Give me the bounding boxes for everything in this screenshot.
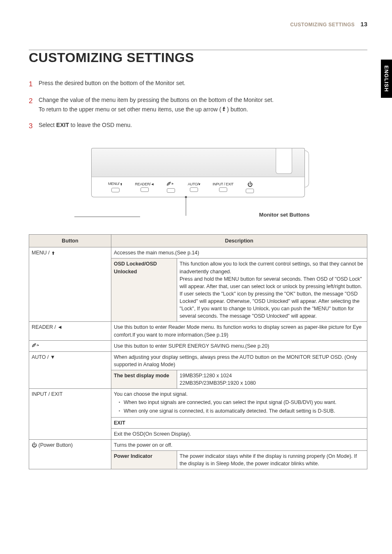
up-arrow-icon xyxy=(221,106,227,115)
diagram-ez-button: /▸ xyxy=(166,181,175,193)
svg-text:/▸: /▸ xyxy=(36,344,39,347)
diagram-auto-button: AUTO/▾ xyxy=(188,182,201,192)
list-item: When only one signal is connected, it is… xyxy=(119,407,364,415)
up-arrow-icon xyxy=(51,250,55,257)
button-description-table: Button Description MENU / Accesses the m… xyxy=(29,234,367,469)
row-reader-desc: Use this button to enter Reader Mode men… xyxy=(111,322,367,340)
row-menu-subdesc: This function allow you to lock the curr… xyxy=(177,259,367,322)
instruction-list: 1 Press the desired button on the bottom… xyxy=(29,78,367,132)
svg-text:/▸: /▸ xyxy=(171,182,174,185)
row-input-desc: You can choose the input signal. When tw… xyxy=(111,389,367,417)
step-item: 1 Press the desired button on the bottom… xyxy=(29,78,367,90)
list-item: When two input signals are connected, yo… xyxy=(119,399,364,406)
page-title: CUSTOMIZING SETTINGS xyxy=(29,50,367,65)
row-ez-desc: Use this button to enter SUPER ENERGY SA… xyxy=(111,340,367,351)
row-menu-desc: Accesses the main menus.(See p.14) xyxy=(111,247,367,259)
row-menu-sublabel: OSD Locked/OSD Unlocked xyxy=(111,259,177,322)
language-tab: ENGLISH xyxy=(381,60,392,98)
monitor-diagram: MENU/ READER/◄ /▸ AUTO/▾ INPUT / EXIT xyxy=(29,148,367,218)
step-text: Select EXIT to leave the OSD menu. xyxy=(39,120,132,132)
row-input-label: INPUT / EXIT xyxy=(29,389,111,440)
step-item: 2 Change the value of the menu item by p… xyxy=(29,95,367,115)
step-number: 3 xyxy=(29,120,39,132)
row-power-label: ⏻ (Power Button) xyxy=(29,439,111,469)
leaf-icon: /▸ xyxy=(166,181,175,187)
header-page-number: 13 xyxy=(360,21,367,28)
diagram-menu-button: MENU/ xyxy=(108,182,123,192)
row-ez-label: /▸ xyxy=(29,340,111,351)
header-section: CUSTOMIZING SETTINGS xyxy=(290,22,355,28)
row-power-sublabel: Power Indicator xyxy=(111,451,177,469)
row-menu-label: MENU / xyxy=(29,247,111,322)
page-header: CUSTOMIZING SETTINGS 13 xyxy=(29,21,367,29)
step-number: 2 xyxy=(29,95,39,115)
step-text: Press the desired button on the bottom o… xyxy=(39,78,185,90)
row-auto-subdesc: 19MB35P:1280 x 1024 22MB35P/23MB35P:1920… xyxy=(177,370,367,389)
table-header-button: Button xyxy=(29,235,111,247)
row-auto-label: AUTO / ▼ xyxy=(29,351,111,389)
row-power-desc: Turns the power on or off. xyxy=(111,439,367,450)
diagram-callout: Monitor set Buttons xyxy=(259,212,310,218)
step-number: 1 xyxy=(29,78,39,90)
row-auto-desc: When adjusting your display settings, al… xyxy=(111,351,367,370)
row-auto-sublabel: The best display mode xyxy=(111,370,177,389)
power-icon: ⏻ xyxy=(247,181,253,187)
diagram-power-button: ⏻ xyxy=(246,181,254,193)
row-exit-header: EXIT xyxy=(111,417,367,428)
diagram-reader-button: READER/◄ xyxy=(135,182,154,192)
power-icon: ⏻ xyxy=(32,442,37,448)
up-arrow-icon xyxy=(120,182,123,187)
row-power-subdesc: The power indicator stays white if the d… xyxy=(177,451,367,469)
step-text: Change the value of the menu item by pre… xyxy=(39,95,274,115)
leaf-icon: /▸ xyxy=(32,343,41,349)
step-item: 3 Select EXIT to leave the OSD menu. xyxy=(29,120,367,132)
row-reader-label: READER / ◄ xyxy=(29,322,111,340)
row-exit-desc: Exit the OSD(On Screen Display). xyxy=(111,428,367,439)
table-header-description: Description xyxy=(111,235,367,247)
diagram-input-button: INPUT / EXIT xyxy=(213,182,234,192)
